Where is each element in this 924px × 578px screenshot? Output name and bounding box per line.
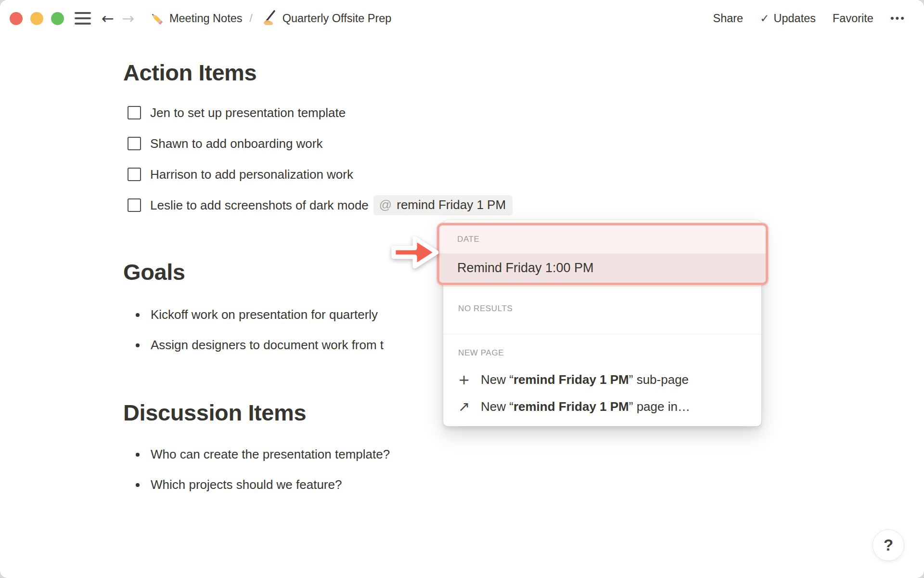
favorite-button[interactable]: Favorite — [833, 12, 873, 25]
breadcrumb-page-meeting-notes[interactable]: Meeting Notes — [169, 12, 243, 25]
zoom-window-button[interactable] — [51, 12, 64, 25]
bullet-dot-icon — [136, 343, 140, 347]
todo-row: Harrison to add personalization work — [123, 159, 924, 190]
breadcrumb-page-quarterly-offsite-prep[interactable]: Quarterly Offsite Prep — [282, 12, 392, 25]
bullet-dot-icon — [136, 453, 140, 457]
bullet-text: Assign designers to document work from t — [151, 338, 384, 353]
todo-checkbox[interactable] — [128, 137, 141, 150]
sidebar-menu-icon[interactable] — [75, 12, 91, 25]
todo-label: Shawn to add onboarding work — [150, 136, 322, 151]
bullet-text: Kickoff work on presentation for quarter… — [151, 307, 378, 322]
menu-item-text: New “remind Friday 1 PM” page in… — [481, 399, 690, 414]
todo-row: Leslie to add screenshots of dark mode @… — [123, 190, 924, 221]
bullet-dot-icon — [136, 483, 140, 487]
share-button[interactable]: Share — [713, 12, 743, 25]
breadcrumb: Meeting Notes / Quarterly Offsite Prep — [148, 9, 391, 27]
minimize-window-button[interactable] — [30, 12, 43, 25]
divider — [443, 334, 761, 334]
writing-hand-emoji-icon — [260, 9, 278, 27]
ellipsis-icon: ••• — [890, 12, 906, 25]
todo-checkbox[interactable] — [128, 106, 141, 119]
discussion-bullet-list: Who can create the presentation template… — [0, 439, 924, 500]
bullet-dot-icon — [136, 313, 140, 317]
todo-row: Shawn to add onboarding work — [123, 128, 924, 159]
at-sign-icon: @ — [379, 197, 392, 212]
bullet-item: Which projects should we feature? — [123, 470, 924, 500]
mention-query-text: remind Friday 1 PM — [397, 197, 506, 212]
todo-row: Jen to set up presentation template — [123, 97, 924, 128]
todo-checkbox[interactable] — [128, 168, 141, 181]
top-bar: ← → Meeting Notes / — [0, 0, 924, 37]
more-options-button[interactable]: ••• — [890, 12, 906, 25]
date-section-header: DATE — [439, 225, 766, 253]
date-section-label: DATE — [457, 235, 479, 244]
pencil-emoji-icon — [148, 10, 165, 27]
check-icon: ✓ — [760, 12, 769, 25]
date-mention-token[interactable]: @ remind Friday 1 PM — [373, 195, 513, 215]
topbar-actions: Share ✓ Updates Favorite ••• — [713, 12, 906, 25]
bullet-item: Who can create the presentation template… — [123, 439, 924, 470]
notion-window: ← → Meeting Notes / — [0, 0, 924, 578]
date-section-highlight-annotation: DATE Remind Friday 1:00 PM — [437, 223, 768, 285]
bullet-text: Which projects should we feature? — [151, 477, 342, 492]
traffic-lights — [10, 12, 64, 25]
heading-action-items: Action Items — [123, 59, 924, 87]
todo-list: Jen to set up presentation template Shaw… — [0, 97, 924, 221]
new-page-section-label: NEW PAGE — [458, 348, 504, 358]
help-button[interactable]: ? — [873, 529, 904, 561]
menu-item-text: New “remind Friday 1 PM” sub-page — [481, 372, 689, 387]
red-arrow-annotation-icon — [388, 233, 442, 274]
updates-button[interactable]: ✓ Updates — [760, 12, 816, 25]
menu-item-new-subpage[interactable]: + New “remind Friday 1 PM” sub-page — [443, 366, 761, 393]
menu-item-text: Remind Friday 1:00 PM — [457, 261, 594, 276]
menu-item-remind-friday[interactable]: Remind Friday 1:00 PM — [439, 253, 766, 283]
bullet-text: Who can create the presentation template… — [151, 447, 390, 462]
arrow-up-right-icon: ↗ — [458, 398, 481, 415]
todo-label: Jen to set up presentation template — [150, 105, 346, 120]
plus-icon: + — [458, 371, 481, 388]
breadcrumb-separator: / — [250, 12, 253, 25]
todo-checkbox[interactable] — [128, 198, 141, 212]
todo-label: Leslie to add screenshots of dark mode — [150, 198, 369, 213]
forward-arrow-icon[interactable]: → — [122, 11, 134, 26]
divider — [443, 286, 761, 287]
no-results-label: NO RESULTS — [458, 304, 513, 314]
back-arrow-icon[interactable]: ← — [102, 11, 114, 26]
menu-item-new-page-in[interactable]: ↗ New “remind Friday 1 PM” page in… — [443, 393, 761, 420]
close-window-button[interactable] — [10, 12, 23, 25]
todo-label: Harrison to add personalization work — [150, 167, 353, 182]
